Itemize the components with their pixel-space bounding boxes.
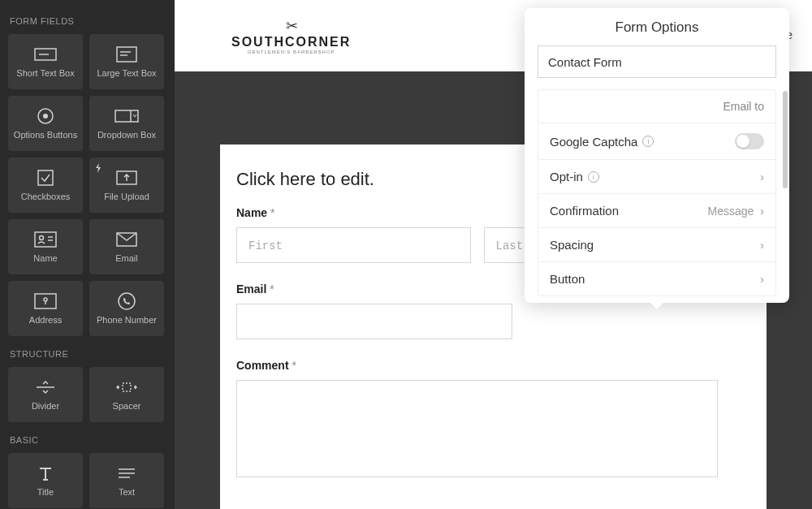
chevron-right-icon: › — [760, 170, 764, 183]
info-icon[interactable]: i — [642, 136, 654, 147]
name-icon — [34, 229, 57, 250]
toggle-captcha[interactable] — [735, 133, 764, 149]
tile-title[interactable]: Title — [8, 453, 83, 508]
option-button[interactable]: Button › — [538, 262, 775, 295]
input-comment[interactable] — [236, 380, 718, 477]
tile-checkboxes[interactable]: Checkboxes — [8, 157, 83, 213]
tile-label: Text — [119, 487, 135, 498]
svg-point-17 — [44, 298, 47, 301]
tile-text[interactable]: Text — [89, 453, 164, 508]
tile-label: Checkboxes — [21, 192, 71, 202]
tile-name[interactable]: Name — [8, 219, 83, 274]
tile-grid-basic: Title Text — [8, 453, 166, 508]
form-options-panel: Form Options Email to Google Captchai Op… — [525, 8, 789, 303]
svg-point-18 — [119, 293, 135, 309]
tile-large-text[interactable]: Large Text Box — [89, 34, 164, 89]
info-icon[interactable]: i — [588, 171, 599, 183]
tile-label: Large Text Box — [97, 68, 156, 79]
section-header-basic: BASIC — [10, 435, 165, 445]
label-text: Email — [236, 283, 266, 295]
sidebar: FORM FIELDS Short Text Box Large Text Bo… — [0, 0, 175, 509]
option-email-to[interactable]: Email to — [538, 90, 775, 123]
svg-rect-11 — [35, 232, 56, 247]
svg-rect-2 — [117, 47, 136, 62]
option-optin[interactable]: Opt-ini › — [538, 160, 775, 194]
section-header-form-fields: FORM FIELDS — [10, 16, 165, 26]
section-header-structure: STRUCTURE — [10, 349, 165, 359]
input-first-name[interactable] — [236, 227, 471, 263]
option-value: Email to — [723, 100, 764, 113]
required-mark: * — [270, 283, 274, 295]
tile-address[interactable]: Address — [8, 281, 83, 336]
logo-name: SOUTHCORNER — [231, 35, 351, 50]
radio-icon — [37, 106, 54, 127]
spacer-icon — [116, 377, 137, 398]
tile-label: Address — [29, 315, 62, 326]
tile-phone[interactable]: Phone Number — [89, 281, 164, 336]
scroll-thumb[interactable] — [783, 91, 788, 188]
tile-label: Title — [37, 487, 54, 498]
phone-icon — [118, 291, 136, 312]
bolt-icon — [94, 162, 102, 177]
tile-label: Options Buttons — [14, 130, 77, 140]
options-list: Email to Google Captchai Opt-ini › Confi… — [538, 89, 776, 296]
input-email[interactable] — [236, 304, 512, 339]
option-label: Google Captcha — [550, 135, 637, 149]
short-text-icon — [34, 44, 57, 65]
tile-divider[interactable]: Divider — [8, 367, 83, 422]
divider-icon — [35, 377, 56, 398]
upload-icon — [116, 167, 137, 188]
option-label: Button — [550, 272, 585, 286]
chevron-right-icon: › — [760, 239, 764, 252]
logo-scissors-icon: ✂ — [286, 17, 296, 35]
scrollbar[interactable] — [783, 91, 788, 290]
panel-arrow-icon — [650, 303, 663, 309]
tile-grid-form-fields: Short Text Box Large Text Box Options Bu… — [8, 34, 166, 336]
tile-label: Dropdown Box — [97, 130, 156, 140]
dropdown-icon — [114, 106, 139, 127]
option-captcha[interactable]: Google Captchai — [538, 123, 775, 160]
tile-spacer[interactable]: Spacer — [89, 367, 164, 422]
tile-file-upload[interactable]: File Upload — [89, 157, 164, 213]
tile-label: Email — [115, 253, 138, 264]
tile-label: Phone Number — [97, 315, 157, 326]
svg-point-12 — [40, 236, 44, 240]
tile-label: File Upload — [104, 192, 149, 202]
checkbox-icon — [37, 167, 54, 188]
tile-label: Name — [33, 253, 57, 264]
svg-rect-9 — [38, 170, 53, 185]
tile-label: Spacer — [113, 401, 141, 412]
option-label: Spacing — [550, 238, 594, 252]
address-icon — [34, 291, 57, 312]
required-mark: * — [292, 359, 296, 372]
label-text: Name — [236, 206, 267, 219]
svg-rect-20 — [123, 383, 131, 391]
tile-options-buttons[interactable]: Options Buttons — [8, 96, 83, 151]
logo: ✂ SOUTHCORNER GENTLEMEN'S BARBERSHOP — [231, 17, 351, 54]
tile-short-text[interactable]: Short Text Box — [8, 34, 83, 89]
chevron-right-icon: › — [760, 205, 764, 218]
logo-sub: GENTLEMEN'S BARBERSHOP — [248, 50, 335, 54]
option-confirmation[interactable]: Confirmation Message› — [538, 194, 775, 228]
option-label: Confirmation — [550, 204, 619, 218]
panel-body: Email to Google Captchai Opt-ini › Confi… — [525, 45, 789, 296]
large-text-icon — [116, 44, 137, 65]
option-label: Opt-in — [550, 170, 583, 183]
label-comment: Comment * — [236, 359, 718, 372]
chevron-right-icon: › — [760, 273, 764, 286]
tile-grid-structure: Divider Spacer — [8, 367, 166, 422]
label-text: Comment — [236, 359, 289, 372]
title-icon — [37, 463, 54, 484]
text-icon — [117, 463, 136, 484]
svg-point-6 — [43, 114, 48, 119]
tile-dropdown[interactable]: Dropdown Box — [89, 96, 164, 151]
tile-email[interactable]: Email — [89, 219, 164, 274]
option-value: Message — [708, 205, 754, 218]
canvas-area: ✂ SOUTHCORNER GENTLEMEN'S BARBERSHOP ome… — [175, 0, 812, 509]
input-form-name[interactable] — [538, 45, 776, 78]
required-mark: * — [270, 206, 274, 219]
tile-label: Divider — [32, 401, 59, 412]
email-icon — [116, 229, 137, 250]
option-spacing[interactable]: Spacing › — [538, 228, 775, 262]
tile-label: Short Text Box — [16, 68, 74, 79]
